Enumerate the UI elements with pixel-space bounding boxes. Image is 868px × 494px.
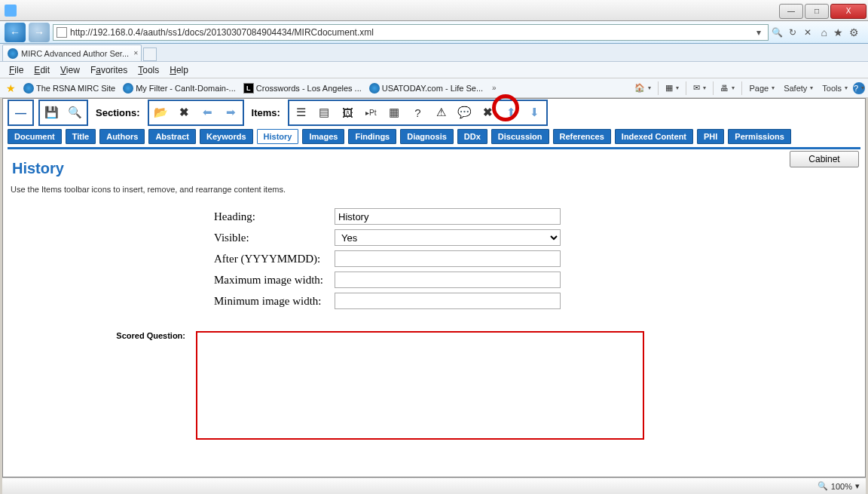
open-section-button[interactable]: 📂 — [151, 103, 171, 123]
menu-file[interactable]: File — [5, 63, 28, 77]
tab-phi[interactable]: PHI — [697, 129, 724, 144]
mail-menu[interactable]: ✉ — [689, 82, 710, 94]
after-label: After (YYYYMMDD): — [214, 253, 335, 265]
visible-select[interactable]: Yes — [335, 229, 561, 246]
tab-images[interactable]: Images — [302, 129, 344, 144]
favorites-icon[interactable]: ★ — [833, 26, 843, 38]
after-input[interactable] — [335, 250, 561, 267]
heading-input[interactable] — [335, 208, 561, 225]
home-menu[interactable]: 🏠 — [631, 82, 655, 94]
tab-abstract[interactable]: Abstract — [148, 129, 196, 144]
print-menu[interactable]: 🖶 — [717, 83, 738, 94]
tab-discussion[interactable]: Discussion — [491, 129, 549, 144]
menu-edit[interactable]: Edit — [29, 63, 54, 77]
scored-question-textarea[interactable] — [196, 331, 644, 440]
safety-menu[interactable]: Safety — [780, 83, 817, 94]
save-button[interactable]: 💾 — [41, 103, 62, 123]
fav-link-0[interactable]: The RSNA MIRC Site — [20, 82, 118, 94]
tab-label: MIRC Advanced Author Ser... — [21, 49, 129, 58]
fav-link-3[interactable]: USATODAY.com - Life Se... — [366, 82, 486, 94]
more-chevron[interactable]: » — [492, 84, 497, 92]
new-tab-button[interactable] — [143, 48, 157, 61]
scored-question-row: Scored Question: — [11, 331, 857, 440]
tab-ddx[interactable]: DDx — [457, 129, 487, 144]
la-icon: L — [243, 83, 254, 94]
minus-button[interactable]: — — [11, 103, 31, 123]
add-favorite-icon[interactable]: ★ — [6, 82, 16, 94]
safety-menu-label: Safety — [784, 84, 807, 93]
refresh-icon[interactable]: ↻ — [787, 26, 799, 38]
tab-title[interactable]: Title — [66, 129, 96, 144]
fav-link-2[interactable]: LCrosswords - Los Angeles ... — [240, 82, 365, 94]
page-menu[interactable]: Page — [745, 83, 778, 94]
menu-bar: File Edit View Favorites Tools Help — [0, 62, 868, 78]
tab-history[interactable]: History — [257, 129, 299, 144]
minimize-button[interactable]: — — [779, 4, 803, 19]
insert-image-button[interactable]: 🖼 — [338, 103, 358, 123]
tab-document[interactable]: Document — [8, 129, 62, 144]
favorites-bar: ★ The RSNA MIRC Site My Filter - CanIt-D… — [0, 78, 868, 98]
editor-toolbar: — 💾 🔍 Sections: 📂 ✖ Items: ☰ ▤ 🖼 ▸Pt ▦ ?… — [3, 99, 865, 126]
minwidth-input[interactable] — [335, 293, 561, 309]
insert-patient-button[interactable]: ▸Pt — [361, 103, 381, 123]
ie-icon — [23, 83, 34, 94]
delete-section-button[interactable]: ✖ — [174, 103, 194, 123]
url-field[interactable]: http://192.168.0.4/aauth/ss1/docs/201303… — [53, 24, 769, 41]
section-editor: Cabinet History Use the Items toolbar ic… — [3, 149, 865, 447]
home-icon[interactable]: ⌂ — [821, 26, 827, 38]
tab-findings[interactable]: Findings — [348, 129, 396, 144]
fav-label: My Filter - CanIt-Domain-... — [136, 84, 236, 93]
menu-view[interactable]: View — [56, 63, 84, 77]
maxwidth-input[interactable] — [335, 272, 561, 288]
window-titlebar: — □ X — [0, 0, 868, 21]
fav-link-1[interactable]: My Filter - CanIt-Domain-... — [120, 82, 239, 94]
url-text: http://192.168.0.4/aauth/ss1/docs/201303… — [70, 27, 374, 38]
item-down-button[interactable] — [524, 103, 545, 123]
tab-keywords[interactable]: Keywords — [200, 129, 253, 144]
scored-question-label: Scored Question: — [11, 331, 196, 440]
tools-icon[interactable]: ⚙ — [849, 26, 859, 38]
search-icon[interactable]: 🔍 — [772, 26, 784, 38]
app-icon — [5, 5, 17, 17]
tools-menu[interactable]: Tools — [818, 83, 851, 94]
insert-comment-button[interactable]: 💬 — [454, 103, 475, 123]
browser-tab[interactable]: MIRC Advanced Author Ser... ✕ — [2, 44, 142, 61]
insert-quiz-button[interactable]: ▦ — [384, 103, 405, 123]
menu-tools[interactable]: Tools — [133, 63, 164, 77]
preview-button[interactable]: 🔍 — [65, 103, 85, 123]
help-menu[interactable]: ? — [853, 82, 865, 94]
tab-permissions[interactable]: Permissions — [728, 129, 790, 144]
tab-diagnosis[interactable]: Diagnosis — [400, 129, 454, 144]
menu-help[interactable]: Help — [165, 63, 193, 77]
insert-question-button[interactable]: ? — [408, 103, 428, 123]
maximize-button[interactable]: □ — [805, 4, 829, 19]
section-right-button[interactable] — [221, 103, 241, 123]
stop-icon[interactable]: ✕ — [802, 26, 814, 38]
item-up-button[interactable] — [501, 103, 521, 123]
delete-item-button[interactable]: ✖ — [478, 103, 498, 123]
visible-label: Visible: — [214, 232, 335, 244]
section-hint: Use the Items toolbar icons to insert, r… — [11, 185, 857, 194]
insert-scored-question-button[interactable]: ⚠ — [431, 103, 451, 123]
tab-indexed-content[interactable]: Indexed Content — [615, 129, 693, 144]
menu-favorites[interactable]: Favorites — [86, 63, 132, 77]
back-button[interactable]: ← — [5, 23, 26, 42]
dropdown-icon[interactable]: ▾ — [753, 26, 765, 38]
window-buttons: — □ X — [779, 2, 868, 19]
maxwidth-label: Maximum image width: — [214, 274, 335, 287]
tab-authors[interactable]: Authors — [99, 129, 145, 144]
tab-close-icon[interactable]: ✕ — [133, 50, 139, 57]
zoom-icon[interactable]: 🔍 — [818, 481, 828, 491]
heading-label: Heading: — [214, 210, 335, 223]
zoom-dropdown-icon[interactable]: ▾ — [855, 481, 860, 491]
tab-references[interactable]: References — [553, 129, 611, 144]
ie-icon — [8, 48, 18, 59]
feeds-menu[interactable]: ▦ — [662, 82, 683, 94]
insert-text-button[interactable]: ☰ — [291, 103, 311, 123]
close-button[interactable]: X — [830, 4, 866, 19]
section-left-button[interactable] — [197, 103, 218, 123]
cabinet-button[interactable]: Cabinet — [790, 151, 859, 167]
insert-para-button[interactable]: ▤ — [314, 103, 335, 123]
zoom-value: 100% — [831, 482, 852, 491]
forward-button[interactable]: → — [29, 23, 50, 42]
